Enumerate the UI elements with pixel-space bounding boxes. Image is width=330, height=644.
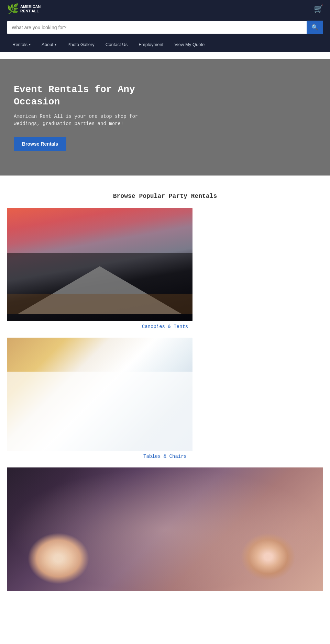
- nav-item-view-quote[interactable]: View My Quote: [169, 37, 210, 52]
- category-item-tents: Canopies & Tents: [7, 208, 323, 334]
- category-label-tents[interactable]: Canopies & Tents: [7, 321, 323, 334]
- category-label-tables[interactable]: Tables & Chairs: [7, 451, 323, 464]
- header: 🌿 AMERICAN RENT ALL 🛒: [0, 0, 330, 18]
- logo[interactable]: 🌿 AMERICAN RENT ALL: [7, 4, 41, 14]
- nav-item-about[interactable]: About ▾: [36, 37, 62, 52]
- tables-image: [7, 338, 192, 451]
- nav-item-contact-us[interactable]: Contact Us: [100, 37, 133, 52]
- nav-item-employment[interactable]: Employment: [133, 37, 169, 52]
- search-button[interactable]: 🔍: [307, 21, 323, 34]
- browse-section: Browse Popular Party Rentals Canopies & …: [0, 182, 330, 598]
- hero-subtitle: American Rent All is your one stop shop …: [14, 113, 158, 127]
- flower-decoration-left: [28, 533, 89, 584]
- logo-text: AMERICAN RENT ALL: [20, 4, 41, 13]
- main-nav: Rentals ▾ About ▾ Photo Gallery Contact …: [0, 37, 330, 52]
- flower-decoration-right: [241, 533, 296, 581]
- category-item-wedding: [7, 467, 323, 591]
- tent-image: [7, 208, 192, 321]
- logo-icon: 🌿: [7, 4, 19, 14]
- category-item-tables: Tables & Chairs: [7, 338, 323, 464]
- browse-rentals-button[interactable]: Browse Rentals: [14, 137, 66, 151]
- hero-title: Event Rentals for Any Occasion: [14, 83, 158, 109]
- tent-shape: [17, 266, 182, 314]
- search-bar: 🔍: [0, 18, 330, 37]
- tent-warm-light: [7, 294, 192, 314]
- wedding-image: [7, 467, 323, 591]
- browse-section-title: Browse Popular Party Rentals: [7, 193, 323, 200]
- nav-item-photo-gallery[interactable]: Photo Gallery: [62, 37, 100, 52]
- hero-banner: Event Rentals for Any Occasion American …: [0, 59, 330, 176]
- chevron-down-icon: ▾: [29, 43, 31, 46]
- hero-content: Event Rentals for Any Occasion American …: [14, 83, 158, 151]
- cart-icon[interactable]: 🛒: [314, 4, 323, 13]
- chevron-down-icon: ▾: [55, 43, 56, 46]
- nav-item-rentals[interactable]: Rentals ▾: [7, 37, 36, 52]
- search-input[interactable]: [7, 21, 307, 34]
